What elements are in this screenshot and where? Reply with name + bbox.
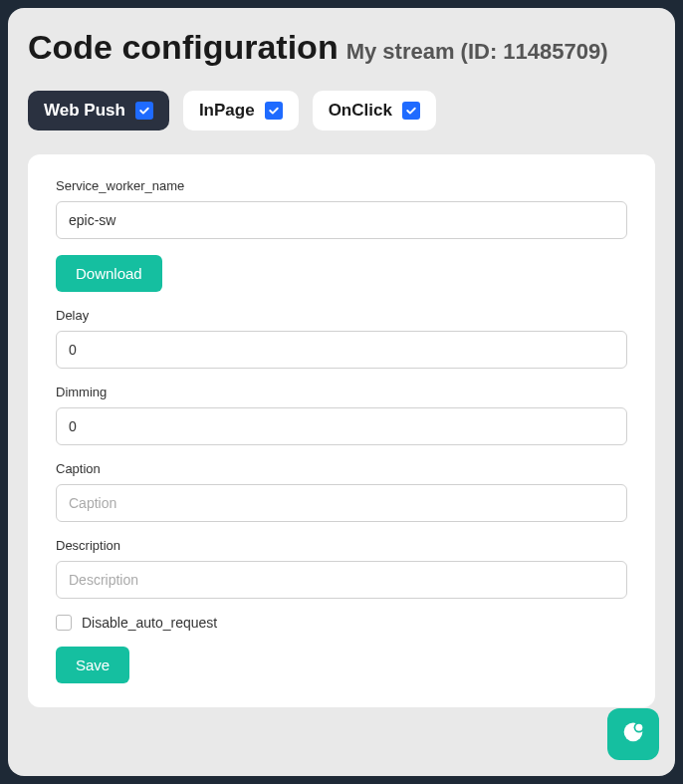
check-icon (135, 102, 153, 120)
page-header: Code configuration My stream (ID: 114857… (28, 28, 655, 67)
check-icon (402, 102, 420, 120)
form-card: Service_worker_name Download Delay Dimmi… (28, 154, 655, 707)
page-title: Code configuration (28, 28, 339, 67)
caption-group: Caption (56, 461, 627, 522)
dimming-label: Dimming (56, 385, 627, 399)
tab-label: InPage (199, 101, 255, 121)
delay-label: Delay (56, 308, 627, 323)
disable-auto-request-row: Disable_auto_request (56, 615, 627, 631)
service-worker-group: Service_worker_name (56, 178, 627, 239)
description-group: Description (56, 538, 627, 599)
tab-inpage[interactable]: InPage (183, 91, 299, 131)
tab-onclick[interactable]: OnClick (313, 91, 436, 131)
chat-button[interactable] (607, 708, 659, 760)
page-container: Code configuration My stream (ID: 114857… (8, 8, 675, 776)
disable-auto-request-checkbox[interactable] (56, 615, 72, 631)
delay-group: Delay (56, 308, 627, 369)
description-label: Description (56, 538, 627, 553)
download-group: Download (56, 255, 627, 292)
check-icon (265, 102, 283, 120)
description-input[interactable] (56, 561, 627, 599)
service-worker-label: Service_worker_name (56, 178, 627, 193)
page-subtitle: My stream (ID: 11485709) (346, 39, 608, 65)
disable-auto-request-label: Disable_auto_request (82, 615, 217, 631)
svg-point-2 (635, 723, 642, 730)
tab-label: OnClick (329, 101, 392, 121)
dimming-group: Dimming (56, 385, 627, 445)
chat-icon (619, 719, 647, 750)
caption-label: Caption (56, 461, 627, 476)
download-button[interactable]: Download (56, 255, 162, 292)
caption-input[interactable] (56, 484, 627, 522)
dimming-input[interactable] (56, 407, 627, 445)
tab-label: Web Push (44, 101, 125, 121)
tab-web-push[interactable]: Web Push (28, 91, 169, 131)
save-button[interactable]: Save (56, 647, 129, 683)
tabs-container: Web Push InPage OnClick (28, 91, 655, 131)
service-worker-input[interactable] (56, 201, 627, 239)
delay-input[interactable] (56, 331, 627, 369)
